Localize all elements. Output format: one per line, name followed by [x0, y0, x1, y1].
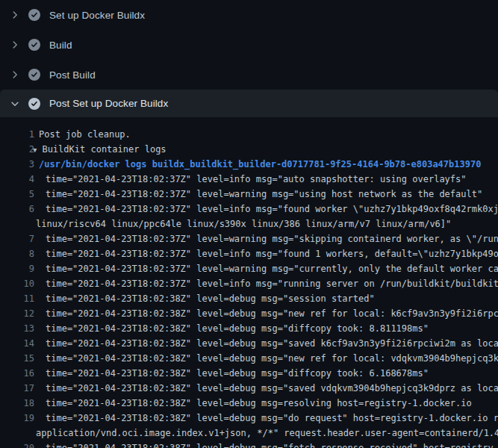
log-line: 13time="2021-04-23T18:02:38Z" level=debu…	[0, 321, 498, 336]
log-line-number[interactable]: 12	[0, 306, 34, 321]
log-line: 1Post job cleanup.	[0, 127, 498, 142]
step-label: Post Build	[49, 69, 96, 81]
step-label: Set up Docker Buildx	[49, 10, 145, 21]
log-line-number[interactable]: 16	[0, 366, 34, 381]
step-success-check-icon	[28, 39, 40, 51]
step-row-post-build[interactable]: Post Build	[0, 60, 498, 90]
step-success-check-icon	[28, 9, 40, 21]
log-line: 15time="2021-04-23T18:02:38Z" level=debu…	[0, 351, 498, 366]
log-line-text: time="2021-04-23T18:02:38Z" level=debug …	[0, 291, 498, 306]
log-line-number[interactable]: 4	[0, 172, 34, 187]
log-line: linux/riscv64 linux/ppc64le linux/s390x …	[0, 217, 498, 231]
log-line-text: time="2021-04-23T18:02:38Z" level=debug …	[0, 321, 498, 336]
step-success-check-icon	[28, 98, 40, 110]
log-line-text: time="2021-04-23T18:02:37Z" level=info m…	[0, 246, 498, 261]
log-line-text: time="2021-04-23T18:02:38Z" level=debug …	[0, 381, 498, 396]
log-line: 12time="2021-04-23T18:02:38Z" level=debu…	[0, 306, 498, 321]
log-line: 5time="2021-04-23T18:02:37Z" level=warni…	[0, 187, 498, 202]
log-line: 10time="2021-04-23T18:02:37Z" level=info…	[0, 276, 498, 291]
log-line-number[interactable]: 8	[0, 246, 34, 261]
log-line-number[interactable]: 6	[0, 202, 34, 217]
step-list: Set up Docker BuildxBuildPost BuildPost …	[0, 0, 498, 117]
chevron-down-icon	[10, 99, 20, 109]
chevron-right-icon	[10, 69, 20, 80]
log-line-number[interactable]: 7	[0, 231, 34, 246]
log-line: 20time="2021-04-23T18:02:38Z" level=debu…	[0, 441, 498, 448]
log-line-text: Post job cleanup.	[0, 127, 498, 142]
log-line-number[interactable]: 18	[0, 396, 34, 411]
chevron-right-icon	[10, 40, 20, 50]
log-line-number[interactable]: 2	[0, 142, 34, 157]
log-line: 14time="2021-04-23T18:02:38Z" level=debu…	[0, 336, 498, 351]
log-line-text: time="2021-04-23T18:02:37Z" level=info m…	[0, 172, 498, 187]
log-line-number[interactable]: 13	[0, 321, 34, 336]
log-line-text: time="2021-04-23T18:02:37Z" level=info m…	[0, 202, 498, 217]
log-line-text: time="2021-04-23T18:02:37Z" level=warnin…	[0, 187, 498, 202]
log-line: 16time="2021-04-23T18:02:38Z" level=debu…	[0, 366, 498, 381]
log-line-text: time="2021-04-23T18:02:37Z" level=warnin…	[0, 261, 498, 276]
log-line-number[interactable]: 1	[0, 127, 34, 142]
log-line-text: ▼BuildKit container logs	[0, 142, 498, 157]
log-line-text: time="2021-04-23T18:02:37Z" level=warnin…	[0, 231, 498, 246]
log-line-text: time="2021-04-23T18:02:38Z" level=debug …	[0, 396, 498, 411]
log-line-text: time="2021-04-23T18:02:37Z" level=info m…	[0, 276, 498, 291]
log-line: 7time="2021-04-23T18:02:37Z" level=warni…	[0, 231, 498, 246]
step-row-post-set-up-docker-buildx[interactable]: Post Set up Docker Buildx	[0, 90, 498, 117]
log-line-text: /usr/bin/docker logs buildx_buildkit_bui…	[0, 157, 498, 172]
log-line: 4time="2021-04-23T18:02:37Z" level=info …	[0, 172, 498, 187]
log-line-text: time="2021-04-23T18:02:38Z" level=debug …	[0, 411, 498, 426]
workflow-log-panel: Set up Docker BuildxBuildPost BuildPost …	[0, 0, 498, 448]
log-viewer[interactable]: 1Post job cleanup.2▼BuildKit container l…	[0, 117, 498, 448]
log-line: 9time="2021-04-23T18:02:37Z" level=warni…	[0, 261, 498, 276]
log-line-text: time="2021-04-23T18:02:38Z" level=debug …	[0, 306, 498, 321]
log-line-number[interactable]: 3	[0, 157, 34, 172]
step-success-check-icon	[28, 69, 40, 81]
log-line-text: time="2021-04-23T18:02:38Z" level=debug …	[0, 336, 498, 351]
log-line: 18time="2021-04-23T18:02:38Z" level=debu…	[0, 396, 498, 411]
log-line-text: time="2021-04-23T18:02:38Z" level=debug …	[0, 366, 498, 381]
step-label: Build	[49, 40, 72, 51]
log-line: 6time="2021-04-23T18:02:37Z" level=info …	[0, 202, 498, 217]
log-line-text: time="2021-04-23T18:02:38Z" level=debug …	[0, 441, 498, 448]
log-line-number[interactable]: 5	[0, 187, 34, 202]
log-line-number[interactable]: 15	[0, 351, 34, 366]
log-line-number[interactable]: 10	[0, 276, 34, 291]
step-label: Post Set up Docker Buildx	[49, 98, 168, 109]
log-line-number[interactable]: 9	[0, 261, 34, 276]
step-row-set-up-docker-buildx[interactable]: Set up Docker Buildx	[0, 0, 498, 30]
log-line: 8time="2021-04-23T18:02:37Z" level=info …	[0, 246, 498, 261]
chevron-right-icon	[10, 10, 20, 20]
log-line-number[interactable]: 17	[0, 381, 34, 396]
log-line-number[interactable]: 11	[0, 291, 34, 306]
log-line-number[interactable]: 14	[0, 336, 34, 351]
log-line: 3/usr/bin/docker logs buildx_buildkit_bu…	[0, 157, 498, 172]
log-line: 11time="2021-04-23T18:02:38Z" level=debu…	[0, 291, 498, 306]
step-row-build[interactable]: Build	[0, 30, 498, 60]
log-line: application/vnd.oci.image.index.v1+json,…	[0, 426, 498, 441]
log-line-number[interactable]: 19	[0, 411, 34, 426]
log-line-text: linux/riscv64 linux/ppc64le linux/s390x …	[0, 217, 498, 231]
log-line: 2▼BuildKit container logs	[0, 142, 498, 157]
log-line-text: application/vnd.oci.image.index.v1+json,…	[0, 426, 498, 441]
log-line: 19time="2021-04-23T18:02:38Z" level=debu…	[0, 411, 498, 426]
log-line-text: time="2021-04-23T18:02:38Z" level=debug …	[0, 351, 498, 366]
log-line: 17time="2021-04-23T18:02:38Z" level=debu…	[0, 381, 498, 396]
log-line-number[interactable]: 20	[0, 441, 34, 448]
